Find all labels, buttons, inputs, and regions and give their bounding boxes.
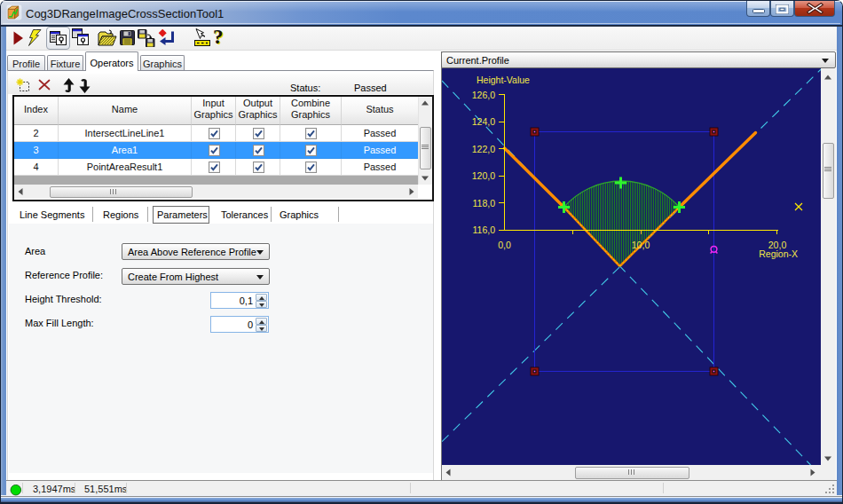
svg-text:126,0: 126,0 <box>472 90 495 100</box>
svg-text:118,0: 118,0 <box>473 198 496 209</box>
svg-text:Region-X: Region-X <box>759 248 798 259</box>
svg-text:116,0: 116,0 <box>473 224 496 235</box>
svg-text:0,0: 0,0 <box>498 240 511 250</box>
svg-text:124,0: 124,0 <box>472 116 495 127</box>
svg-text:122,0: 122,0 <box>472 144 495 154</box>
svg-text:?: ? <box>213 28 224 48</box>
svg-text:10,0: 10,0 <box>632 240 650 250</box>
svg-text:Height-Value: Height-Value <box>477 75 530 85</box>
svg-text:120,0: 120,0 <box>472 170 495 181</box>
